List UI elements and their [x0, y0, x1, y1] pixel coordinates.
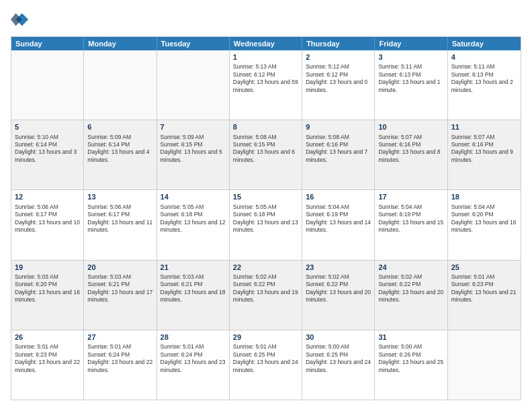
day-number: 7	[161, 122, 226, 132]
header	[11, 11, 521, 30]
calendar-row-3: 19Sunrise: 5:03 AM Sunset: 6:20 PM Dayli…	[11, 260, 521, 330]
logo	[11, 11, 32, 30]
day-info: Sunrise: 5:02 AM Sunset: 6:22 PM Dayligh…	[233, 273, 298, 304]
day-cell-18: 18Sunrise: 5:04 AM Sunset: 6:20 PM Dayli…	[448, 190, 521, 259]
day-number: 18	[451, 192, 517, 201]
day-number: 3	[378, 52, 443, 62]
day-info: Sunrise: 5:08 AM Sunset: 6:16 PM Dayligh…	[306, 134, 371, 165]
day-number: 23	[306, 263, 371, 272]
header-day-sunday: Sunday	[11, 37, 84, 50]
day-number: 9	[306, 122, 371, 132]
day-info: Sunrise: 5:03 AM Sunset: 6:21 PM Dayligh…	[87, 273, 152, 304]
day-info: Sunrise: 5:09 AM Sunset: 6:14 PM Dayligh…	[87, 134, 152, 165]
day-cell-13: 13Sunrise: 5:06 AM Sunset: 6:17 PM Dayli…	[84, 190, 157, 259]
day-cell-23: 23Sunrise: 5:02 AM Sunset: 6:22 PM Dayli…	[302, 261, 375, 330]
day-cell-4: 4Sunrise: 5:11 AM Sunset: 6:13 PM Daylig…	[448, 50, 521, 120]
day-cell-19: 19Sunrise: 5:03 AM Sunset: 6:20 PM Dayli…	[11, 261, 84, 330]
day-number: 1	[233, 52, 298, 62]
day-number: 21	[161, 263, 226, 272]
day-number: 26	[15, 332, 80, 342]
day-cell-28: 28Sunrise: 5:01 AM Sunset: 6:24 PM Dayli…	[157, 330, 230, 400]
header-day-tuesday: Tuesday	[157, 37, 230, 50]
day-info: Sunrise: 5:12 AM Sunset: 6:12 PM Dayligh…	[306, 63, 371, 94]
day-info: Sunrise: 5:07 AM Sunset: 6:16 PM Dayligh…	[451, 134, 517, 165]
day-info: Sunrise: 5:01 AM Sunset: 6:24 PM Dayligh…	[87, 343, 152, 374]
calendar-header: SundayMondayTuesdayWednesdayThursdayFrid…	[11, 37, 521, 50]
day-info: Sunrise: 5:13 AM Sunset: 6:12 PM Dayligh…	[233, 63, 298, 94]
day-number: 19	[15, 263, 80, 272]
empty-cell	[84, 50, 157, 120]
day-number: 15	[233, 192, 298, 201]
day-cell-2: 2Sunrise: 5:12 AM Sunset: 6:12 PM Daylig…	[302, 50, 375, 120]
day-number: 20	[87, 263, 152, 272]
day-cell-16: 16Sunrise: 5:04 AM Sunset: 6:19 PM Dayli…	[302, 190, 375, 259]
calendar-row-4: 26Sunrise: 5:01 AM Sunset: 6:23 PM Dayli…	[11, 330, 521, 400]
day-number: 2	[306, 52, 371, 62]
day-info: Sunrise: 5:04 AM Sunset: 6:20 PM Dayligh…	[451, 203, 517, 234]
day-cell-15: 15Sunrise: 5:05 AM Sunset: 6:18 PM Dayli…	[230, 190, 302, 259]
day-info: Sunrise: 5:04 AM Sunset: 6:19 PM Dayligh…	[306, 203, 371, 234]
page: SundayMondayTuesdayWednesdayThursdayFrid…	[0, 0, 532, 411]
day-cell-21: 21Sunrise: 5:03 AM Sunset: 6:21 PM Dayli…	[157, 261, 230, 330]
calendar-body: 1Sunrise: 5:13 AM Sunset: 6:12 PM Daylig…	[11, 50, 521, 400]
day-cell-11: 11Sunrise: 5:07 AM Sunset: 6:16 PM Dayli…	[448, 120, 521, 189]
header-day-saturday: Saturday	[448, 37, 521, 50]
day-info: Sunrise: 5:01 AM Sunset: 6:25 PM Dayligh…	[233, 343, 298, 374]
day-info: Sunrise: 5:00 AM Sunset: 6:26 PM Dayligh…	[378, 343, 443, 374]
day-info: Sunrise: 5:05 AM Sunset: 6:18 PM Dayligh…	[161, 203, 226, 234]
day-cell-7: 7Sunrise: 5:09 AM Sunset: 6:15 PM Daylig…	[157, 120, 230, 189]
day-cell-30: 30Sunrise: 5:00 AM Sunset: 6:25 PM Dayli…	[302, 330, 375, 400]
day-cell-8: 8Sunrise: 5:08 AM Sunset: 6:15 PM Daylig…	[230, 120, 302, 189]
day-cell-17: 17Sunrise: 5:04 AM Sunset: 6:19 PM Dayli…	[375, 190, 447, 259]
day-number: 31	[378, 332, 443, 342]
day-info: Sunrise: 5:09 AM Sunset: 6:15 PM Dayligh…	[161, 134, 226, 165]
day-number: 16	[306, 192, 371, 201]
day-cell-31: 31Sunrise: 5:00 AM Sunset: 6:26 PM Dayli…	[375, 330, 447, 400]
day-info: Sunrise: 5:11 AM Sunset: 6:13 PM Dayligh…	[451, 63, 517, 94]
calendar: SundayMondayTuesdayWednesdayThursdayFrid…	[11, 36, 521, 400]
day-info: Sunrise: 5:04 AM Sunset: 6:19 PM Dayligh…	[378, 203, 443, 234]
calendar-row-2: 12Sunrise: 5:06 AM Sunset: 6:17 PM Dayli…	[11, 189, 521, 259]
day-info: Sunrise: 5:02 AM Sunset: 6:22 PM Dayligh…	[306, 273, 371, 304]
day-number: 10	[378, 122, 443, 132]
calendar-row-1: 5Sunrise: 5:10 AM Sunset: 6:14 PM Daylig…	[11, 120, 521, 189]
day-number: 13	[87, 192, 152, 201]
day-info: Sunrise: 5:06 AM Sunset: 6:17 PM Dayligh…	[87, 203, 152, 234]
logo-icon	[11, 11, 30, 30]
day-info: Sunrise: 5:03 AM Sunset: 6:21 PM Dayligh…	[161, 273, 226, 304]
day-info: Sunrise: 5:01 AM Sunset: 6:23 PM Dayligh…	[451, 273, 517, 304]
day-cell-1: 1Sunrise: 5:13 AM Sunset: 6:12 PM Daylig…	[230, 50, 302, 120]
day-number: 30	[306, 332, 371, 342]
day-number: 17	[378, 192, 443, 201]
empty-cell	[448, 330, 521, 400]
day-cell-6: 6Sunrise: 5:09 AM Sunset: 6:14 PM Daylig…	[84, 120, 157, 189]
day-number: 12	[15, 192, 80, 201]
day-number: 4	[451, 52, 517, 62]
day-info: Sunrise: 5:08 AM Sunset: 6:15 PM Dayligh…	[233, 134, 298, 165]
day-info: Sunrise: 5:10 AM Sunset: 6:14 PM Dayligh…	[15, 134, 80, 165]
header-day-thursday: Thursday	[302, 37, 375, 50]
day-cell-10: 10Sunrise: 5:07 AM Sunset: 6:16 PM Dayli…	[375, 120, 447, 189]
day-number: 8	[233, 122, 298, 132]
day-cell-12: 12Sunrise: 5:06 AM Sunset: 6:17 PM Dayli…	[11, 190, 84, 259]
empty-cell	[11, 50, 84, 120]
day-info: Sunrise: 5:00 AM Sunset: 6:25 PM Dayligh…	[306, 343, 371, 374]
day-info: Sunrise: 5:11 AM Sunset: 6:13 PM Dayligh…	[378, 63, 443, 94]
day-cell-25: 25Sunrise: 5:01 AM Sunset: 6:23 PM Dayli…	[448, 261, 521, 330]
day-info: Sunrise: 5:03 AM Sunset: 6:20 PM Dayligh…	[15, 273, 80, 304]
day-number: 5	[15, 122, 80, 132]
day-cell-26: 26Sunrise: 5:01 AM Sunset: 6:23 PM Dayli…	[11, 330, 84, 400]
day-cell-24: 24Sunrise: 5:02 AM Sunset: 6:22 PM Dayli…	[375, 261, 447, 330]
empty-cell	[157, 50, 230, 120]
day-number: 25	[451, 263, 517, 272]
day-cell-29: 29Sunrise: 5:01 AM Sunset: 6:25 PM Dayli…	[230, 330, 302, 400]
day-number: 14	[161, 192, 226, 201]
day-number: 29	[233, 332, 298, 342]
day-number: 6	[87, 122, 152, 132]
day-cell-22: 22Sunrise: 5:02 AM Sunset: 6:22 PM Dayli…	[230, 261, 302, 330]
day-number: 22	[233, 263, 298, 272]
day-cell-3: 3Sunrise: 5:11 AM Sunset: 6:13 PM Daylig…	[375, 50, 447, 120]
calendar-row-0: 1Sunrise: 5:13 AM Sunset: 6:12 PM Daylig…	[11, 50, 521, 120]
day-cell-14: 14Sunrise: 5:05 AM Sunset: 6:18 PM Dayli…	[157, 190, 230, 259]
day-info: Sunrise: 5:01 AM Sunset: 6:23 PM Dayligh…	[15, 343, 80, 374]
